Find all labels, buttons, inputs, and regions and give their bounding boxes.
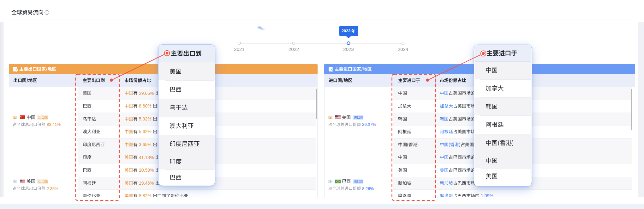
svg-text:2: 2 — [330, 180, 331, 183]
svg-text:1: 1 — [14, 116, 16, 119]
svg-text:2: 2 — [14, 180, 16, 183]
svg-text:1: 1 — [330, 116, 331, 119]
